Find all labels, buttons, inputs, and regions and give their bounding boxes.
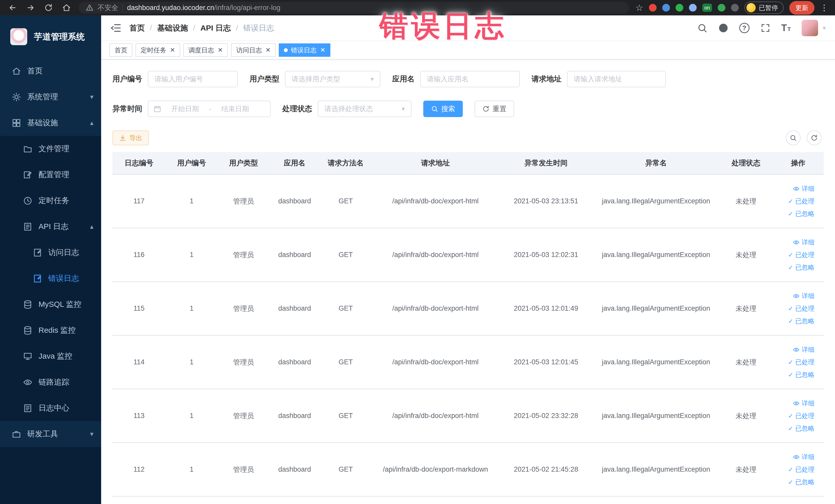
search-button[interactable]: 搜索 — [423, 101, 463, 117]
filter-row-2: 异常时间 - 处理状态 请选择处理状态 ▾ — [113, 101, 824, 117]
sidebar-item-file-manage[interactable]: 文件管理 — [0, 136, 101, 162]
chevron-down-icon: ▾ — [402, 105, 405, 113]
cell-status: 未处理 — [719, 228, 773, 282]
cell-app-name: dashboard — [269, 443, 320, 496]
cell-app-name: dashboard — [269, 228, 320, 282]
bookmark-star-icon[interactable]: ☆ — [635, 3, 643, 13]
detail-link[interactable]: 详细 — [793, 345, 814, 354]
sidebar-item-infra[interactable]: 基础设施 ▴ — [0, 110, 101, 136]
detail-link[interactable]: 详细 — [793, 399, 814, 407]
mark-ignored-link[interactable]: ✓已忽略 — [788, 209, 814, 218]
cell-method: GET — [320, 282, 371, 335]
detail-link[interactable]: 详细 — [793, 292, 814, 300]
github-icon[interactable] — [718, 23, 729, 33]
extension-icon-6[interactable] — [731, 4, 739, 12]
tab-schedule-log[interactable]: 调度日志✕ — [183, 43, 228, 57]
reload-button[interactable] — [43, 2, 55, 14]
mark-ignored-link[interactable]: ✓已忽略 — [788, 370, 814, 379]
browser-menu-icon[interactable]: ⋮ — [820, 3, 828, 13]
database-icon — [23, 326, 32, 335]
cell-log-id: 113 — [113, 389, 166, 443]
tab-scheduled-jobs[interactable]: 定时任务✕ — [136, 43, 180, 57]
user-type-select[interactable]: 请选择用户类型 ▾ — [285, 71, 381, 87]
address-bar[interactable]: 不安全 dashboard.yudao.iocoder.cn/infra/log… — [79, 2, 629, 14]
extension-icon-1[interactable] — [649, 4, 657, 12]
extension-on-badge[interactable]: on — [702, 4, 712, 12]
mark-ignored-link[interactable]: ✓已忽略 — [788, 317, 814, 325]
back-button[interactable] — [7, 2, 19, 14]
navbar: 首页 / 基础设施 / API 日志 / 错误日志 ? TT ▾ — [101, 15, 835, 41]
mark-ignored-link[interactable]: ✓已忽略 — [788, 478, 814, 486]
fullscreen-icon[interactable] — [760, 23, 771, 33]
tab-error-log[interactable]: 错误日志✕ — [279, 43, 330, 57]
browser-home-button[interactable] — [61, 2, 73, 14]
chrome-update-button[interactable]: 更新 — [789, 1, 814, 15]
mark-processed-link[interactable]: ✓已处理 — [788, 304, 814, 313]
mark-processed-link[interactable]: ✓已处理 — [788, 250, 814, 259]
paused-badge[interactable]: 已暂停 — [745, 2, 784, 14]
close-icon[interactable]: ✕ — [320, 46, 325, 54]
detail-link[interactable]: 详细 — [793, 238, 814, 246]
search-icon[interactable] — [697, 23, 708, 33]
eye-icon — [793, 346, 799, 353]
sidebar-item-redis-monitor[interactable]: Redis 监控 — [0, 317, 101, 343]
mark-ignored-link[interactable]: ✓已忽略 — [788, 424, 814, 432]
chevron-down-icon: ▾ — [90, 93, 94, 101]
reset-button[interactable]: 重置 — [475, 101, 514, 117]
mark-processed-link[interactable]: ✓已处理 — [788, 465, 814, 474]
sidebar-item-link-trace[interactable]: 链路追踪 — [0, 369, 101, 395]
tab-home[interactable]: 首页 — [109, 43, 133, 57]
app-name-input[interactable] — [420, 71, 520, 87]
mark-processed-link[interactable]: ✓已处理 — [788, 197, 814, 205]
sidebar-item-java-monitor[interactable]: Java 监控 — [0, 343, 101, 369]
close-icon[interactable]: ✕ — [265, 46, 270, 54]
sidebar-item-error-log[interactable]: 错误日志 — [0, 265, 101, 291]
font-size-icon[interactable]: TT — [781, 23, 791, 33]
detail-link[interactable]: 详细 — [793, 452, 814, 461]
sidebar-item-log-center[interactable]: 日志中心 — [0, 395, 101, 421]
date-end-input[interactable] — [215, 105, 256, 113]
sidebar-item-home[interactable]: 首页 — [0, 58, 101, 84]
mark-processed-link[interactable]: ✓已处理 — [788, 411, 814, 420]
cell-request-url: /api/infra/db-doc/export-html — [371, 335, 499, 389]
breadcrumb-infra[interactable]: 基础设施 — [157, 23, 188, 33]
mark-processed-link[interactable]: ✓已处理 — [788, 358, 814, 366]
exception-time-range[interactable]: - — [148, 101, 270, 117]
export-button[interactable]: 导出 — [113, 130, 149, 145]
toggle-search-button[interactable] — [786, 130, 801, 145]
sidebar-item-access-log[interactable]: 访问日志 — [0, 240, 101, 265]
refresh-button[interactable] — [807, 130, 822, 145]
sidebar-item-mysql-monitor[interactable]: MySQL 监控 — [0, 291, 101, 317]
sidebar-fold-icon[interactable] — [110, 22, 122, 34]
user-id-input[interactable] — [148, 71, 238, 87]
process-status-select[interactable]: 请选择处理状态 ▾ — [318, 101, 411, 117]
sidebar-item-api-log[interactable]: API 日志 ▴ — [0, 214, 101, 240]
cell-exception-time: 2021-05-02 21:45:28 — [499, 443, 592, 496]
breadcrumb-api-log[interactable]: API 日志 — [201, 23, 231, 33]
browser-actions: ☆ on 已暂停 更新 ⋮ — [635, 1, 828, 15]
request-url-input[interactable] — [567, 71, 666, 87]
avatar-caret-icon[interactable]: ▾ — [823, 24, 826, 32]
app-logo[interactable]: 芋道管理系统 — [0, 15, 101, 58]
extension-icon-2[interactable] — [662, 4, 670, 12]
extension-icon-4[interactable] — [689, 4, 697, 12]
cell-exception-name: java.lang.IllegalArgumentException — [593, 335, 719, 389]
breadcrumb-home[interactable]: 首页 — [129, 23, 145, 33]
mark-ignored-link[interactable]: ✓已忽略 — [788, 263, 814, 271]
detail-link[interactable]: 详细 — [793, 184, 814, 193]
sidebar-item-dev-tools[interactable]: 研发工具 ▾ — [0, 421, 101, 447]
extension-icon-5[interactable] — [718, 4, 726, 12]
forward-button[interactable] — [25, 2, 37, 14]
sidebar-item-system[interactable]: 系统管理 ▾ — [0, 84, 101, 110]
date-start-input[interactable] — [165, 105, 205, 113]
extension-icon-3[interactable] — [676, 4, 683, 12]
sidebar-item-scheduled-jobs[interactable]: 定时任务 — [0, 188, 101, 214]
close-icon[interactable]: ✕ — [170, 46, 175, 54]
cell-log-id: 114 — [113, 335, 166, 389]
sidebar-item-config-manage[interactable]: 配置管理 — [0, 162, 101, 188]
refresh-icon — [811, 134, 818, 141]
tab-access-log[interactable]: 访问日志✕ — [231, 43, 276, 57]
close-icon[interactable]: ✕ — [218, 46, 223, 54]
user-avatar[interactable] — [802, 20, 818, 36]
help-icon[interactable]: ? — [739, 23, 750, 33]
